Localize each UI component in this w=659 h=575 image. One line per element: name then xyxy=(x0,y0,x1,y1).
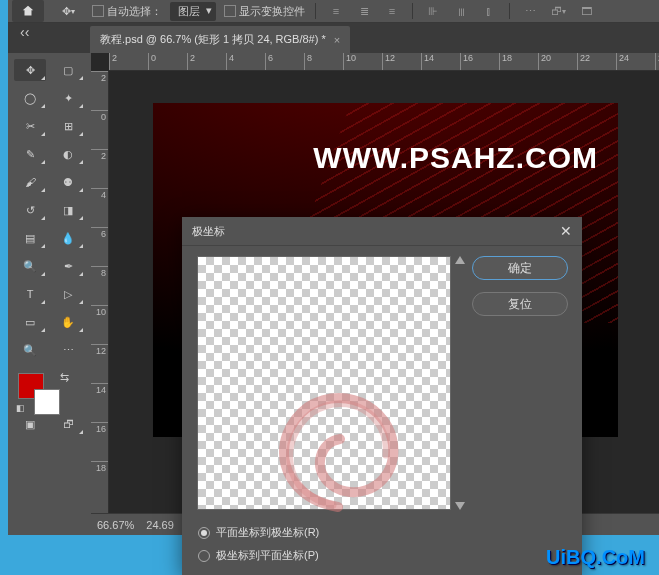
lasso-tool[interactable]: ◯ xyxy=(14,87,46,109)
ruler-tick: 4 xyxy=(226,53,265,70)
dialog-preview[interactable] xyxy=(197,256,451,510)
ruler-vertical[interactable]: 2024681012141618 xyxy=(91,71,109,513)
more-align-icon[interactable]: ⋯ xyxy=(520,1,540,21)
move-tool[interactable]: ✥ xyxy=(14,59,46,81)
auto-select-label: 自动选择： xyxy=(107,4,162,19)
3d-icon-2[interactable]: 🗖 xyxy=(576,1,596,21)
ruler-tick: 16 xyxy=(460,53,499,70)
radio-checked-icon xyxy=(198,527,210,539)
ruler-tick: 16 xyxy=(91,422,108,461)
ruler-tick: 18 xyxy=(91,461,108,500)
ruler-tick: 12 xyxy=(382,53,421,70)
ok-button[interactable]: 确定 xyxy=(472,256,568,280)
ruler-tick: 10 xyxy=(343,53,382,70)
canvas-text: WWW.PSAHZ.COM xyxy=(153,141,598,175)
ruler-tick: 8 xyxy=(91,266,108,305)
ruler-tick: 10 xyxy=(91,305,108,344)
ruler-tick: 14 xyxy=(421,53,460,70)
ruler-tick: 2 xyxy=(91,149,108,188)
quickmask-tool[interactable]: ▣ xyxy=(14,413,46,435)
path-select-tool[interactable]: ▷ xyxy=(52,283,84,305)
layer-dropdown[interactable]: 图层 xyxy=(170,2,216,21)
stamp-tool[interactable]: ⚉ xyxy=(52,171,84,193)
artboard-tool[interactable]: ▢ xyxy=(52,59,84,81)
magic-wand-tool[interactable]: ✦ xyxy=(52,87,84,109)
align-icon-3[interactable]: ≡ xyxy=(382,1,402,21)
eraser-tool[interactable]: ◨ xyxy=(52,199,84,221)
ruler-tick: 6 xyxy=(91,227,108,266)
align-icon-4[interactable]: ⊪ xyxy=(423,1,443,21)
swap-colors-icon[interactable]: ⇆ xyxy=(60,371,69,384)
3d-mode-icon[interactable]: 🗗▾ xyxy=(548,1,568,21)
status-docsize[interactable]: 24.69 xyxy=(140,519,180,531)
ruler-tick: 18 xyxy=(499,53,538,70)
ruler-tick: 4 xyxy=(91,188,108,227)
history-brush-tool[interactable]: ↺ xyxy=(14,199,46,221)
screenmode-tool[interactable]: 🗗 xyxy=(52,413,84,435)
option-polar-to-rect[interactable]: 极坐标到平面坐标(P) xyxy=(198,548,566,563)
preview-scroll-vertical[interactable] xyxy=(455,256,465,510)
option-rect-to-polar[interactable]: 平面坐标到极坐标(R) xyxy=(198,525,566,540)
ruler-tick: 2 xyxy=(187,53,226,70)
frame-tool[interactable]: ⊞ xyxy=(52,115,84,137)
brush-tool[interactable]: 🖌 xyxy=(14,171,46,193)
background-color[interactable] xyxy=(34,389,60,415)
watermark: UiBQ.CoM xyxy=(546,546,645,569)
gradient-tool[interactable]: ▤ xyxy=(14,227,46,249)
align-icon-5[interactable]: ⫼ xyxy=(451,1,471,21)
type-tool[interactable]: T xyxy=(14,283,46,305)
collapse-indicator[interactable]: ‹‹ xyxy=(20,24,29,40)
blur-tool[interactable]: 💧 xyxy=(52,227,84,249)
option2-label: 极坐标到平面坐标(P) xyxy=(216,548,319,563)
crop-tool[interactable]: ✂ xyxy=(14,115,46,137)
close-tab-icon[interactable]: × xyxy=(334,34,340,46)
polar-dialog: 极坐标 ✕ 确定 复位 100%▾ 平面坐标到极 xyxy=(182,217,582,575)
radio-unchecked-icon xyxy=(198,550,210,562)
rectangle-tool[interactable]: ▭ xyxy=(14,311,46,333)
ruler-tick: 14 xyxy=(91,383,108,422)
ruler-tick: 2 xyxy=(109,53,148,70)
separator xyxy=(315,3,316,19)
eyedropper-tool[interactable]: ✎ xyxy=(14,143,46,165)
show-transform-label: 显示变换控件 xyxy=(239,4,305,19)
ruler-tick: 12 xyxy=(91,344,108,383)
align-icon-1[interactable]: ≡ xyxy=(326,1,346,21)
show-transform-checkbox[interactable]: 显示变换控件 xyxy=(224,4,305,19)
ruler-tick: 24 xyxy=(616,53,655,70)
ruler-tick: 0 xyxy=(91,110,108,149)
tools-panel: ✥▢ ◯✦ ✂⊞ ✎◐ 🖌⚉ ↺◨ ▤💧 🔍✒ T▷ ▭✋ 🔍⋯ ⇆ ◧ ▣ 🗗 xyxy=(8,53,91,535)
reset-button[interactable]: 复位 xyxy=(472,292,568,316)
align-icon-6[interactable]: ⫿ xyxy=(479,1,499,21)
separator xyxy=(412,3,413,19)
align-icon-2[interactable]: ≣ xyxy=(354,1,374,21)
ruler-tick: 8 xyxy=(304,53,343,70)
ruler-tick: 22 xyxy=(577,53,616,70)
option1-label: 平面坐标到极坐标(R) xyxy=(216,525,319,540)
status-zoom[interactable]: 66.67% xyxy=(91,519,140,531)
preview-swirl xyxy=(248,377,428,517)
healing-tool[interactable]: ◐ xyxy=(52,143,84,165)
ruler-tick: 2 xyxy=(91,71,108,110)
ruler-tick: 6 xyxy=(265,53,304,70)
pen-tool[interactable]: ✒ xyxy=(52,255,84,277)
auto-select-checkbox[interactable]: 自动选择： xyxy=(92,4,162,19)
ruler-tick: 0 xyxy=(148,53,187,70)
default-colors-icon[interactable]: ◧ xyxy=(16,403,25,413)
hand-tool[interactable]: ✋ xyxy=(52,311,84,333)
edit-toolbar[interactable]: ⋯ xyxy=(52,339,84,361)
move-arrows-icon[interactable]: ✥▾ xyxy=(52,1,84,21)
separator xyxy=(509,3,510,19)
zoom-tool[interactable]: 🔍 xyxy=(14,339,46,361)
home-button[interactable] xyxy=(12,0,44,22)
ruler-tick: 26 xyxy=(655,53,659,70)
dodge-tool[interactable]: 🔍 xyxy=(14,255,46,277)
ruler-tick: 20 xyxy=(538,53,577,70)
document-tab[interactable]: 教程.psd @ 66.7% (矩形 1 拷贝 24, RGB/8#) * × xyxy=(90,26,350,53)
ruler-horizontal[interactable]: 202468101214161820222426 xyxy=(109,53,659,71)
dialog-title: 极坐标 xyxy=(192,224,225,239)
close-icon[interactable]: ✕ xyxy=(560,223,572,239)
document-tab-title: 教程.psd @ 66.7% (矩形 1 拷贝 24, RGB/8#) * xyxy=(100,32,326,47)
